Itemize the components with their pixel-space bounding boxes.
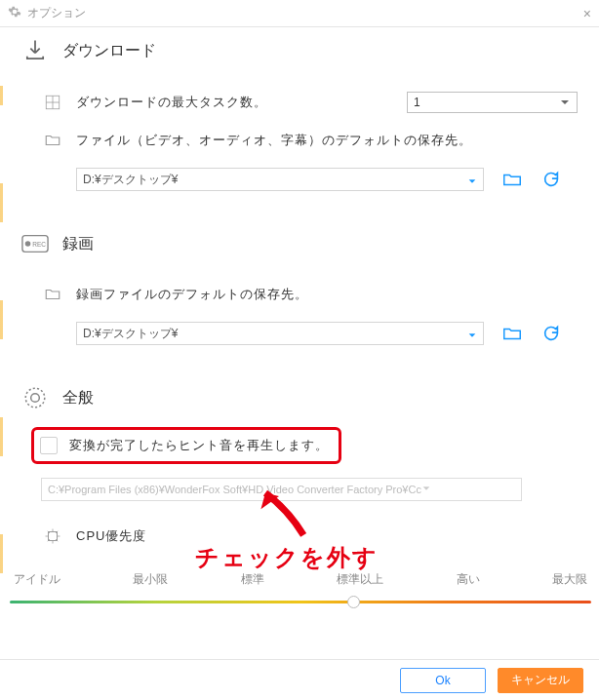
cpu-icon bbox=[43, 526, 62, 546]
refresh-icon[interactable] bbox=[540, 323, 562, 344]
priority-low: 最小限 bbox=[133, 571, 168, 588]
browse-folder-icon[interactable] bbox=[501, 169, 523, 190]
svg-point-2 bbox=[25, 241, 31, 247]
ok-button[interactable]: Ok bbox=[400, 668, 486, 693]
download-icon bbox=[21, 37, 49, 64]
list-number-icon bbox=[43, 93, 62, 112]
chevron-down-icon bbox=[467, 175, 477, 189]
section-download: ダウンロード ダウンロードの最大タスク数。 1 ファイル（ビデオ、オーディオ、字… bbox=[21, 37, 578, 191]
priority-idle: アイドル bbox=[14, 571, 60, 588]
svg-point-5 bbox=[31, 394, 40, 403]
section-title-record: 録画 bbox=[62, 234, 94, 254]
refresh-icon[interactable] bbox=[540, 169, 562, 190]
max-tasks-label: ダウンロードの最大タスク数。 bbox=[76, 94, 267, 111]
download-output-label: ファイル（ビデオ、オーディオ、字幕）のデフォルトの保存先。 bbox=[76, 132, 472, 149]
priority-high: 高い bbox=[457, 571, 480, 588]
section-title-general: 全般 bbox=[62, 388, 94, 408]
max-tasks-select[interactable]: 1 bbox=[407, 92, 578, 113]
chevron-down-icon bbox=[421, 484, 431, 495]
slider-track bbox=[10, 601, 591, 603]
priority-slider[interactable] bbox=[10, 596, 591, 609]
footer: Ok キャンセル bbox=[0, 659, 599, 700]
section-title-download: ダウンロード bbox=[62, 41, 156, 61]
cancel-button[interactable]: キャンセル bbox=[498, 668, 583, 693]
hint-sound-label: 変換が完了したらヒント音を再生します。 bbox=[69, 437, 329, 454]
record-output-label: 録画ファイルのデフォルトの保存先。 bbox=[76, 286, 308, 303]
svg-point-4 bbox=[25, 388, 45, 408]
gear-icon bbox=[8, 5, 21, 21]
folder-outline-icon bbox=[43, 285, 62, 304]
record-output-path[interactable]: D:¥デスクトップ¥ bbox=[76, 322, 484, 345]
priority-above: 標準以上 bbox=[337, 571, 383, 588]
chevron-down-icon bbox=[467, 330, 477, 343]
cpu-priority-label: CPU優先度 bbox=[76, 527, 146, 545]
annotation-text: チェックを外す bbox=[195, 542, 379, 573]
chevron-down-icon bbox=[559, 97, 571, 111]
hint-sound-highlight: 変換が完了したらヒント音を再生します。 bbox=[31, 427, 341, 464]
folder-outline-icon bbox=[43, 131, 62, 150]
title-bar: オプション × bbox=[0, 0, 599, 27]
priority-labels: アイドル 最小限 標準 標準以上 高い 最大限 bbox=[10, 571, 591, 588]
close-icon[interactable]: × bbox=[583, 6, 591, 21]
hint-sound-checkbox[interactable] bbox=[40, 437, 58, 454]
priority-max: 最大限 bbox=[552, 571, 587, 588]
priority-normal: 標準 bbox=[241, 571, 264, 588]
rec-icon: REC bbox=[21, 230, 49, 257]
slider-thumb[interactable] bbox=[347, 596, 360, 608]
max-tasks-value: 1 bbox=[414, 96, 420, 109]
gear-outline-icon bbox=[21, 384, 49, 411]
svg-text:REC: REC bbox=[32, 241, 46, 248]
download-output-path[interactable]: D:¥デスクトップ¥ bbox=[76, 168, 484, 191]
browse-folder-icon[interactable] bbox=[501, 323, 523, 344]
window-title: オプション bbox=[27, 5, 86, 21]
section-record: REC 録画 録画ファイルのデフォルトの保存先。 D:¥デスクトップ¥ bbox=[21, 230, 578, 345]
